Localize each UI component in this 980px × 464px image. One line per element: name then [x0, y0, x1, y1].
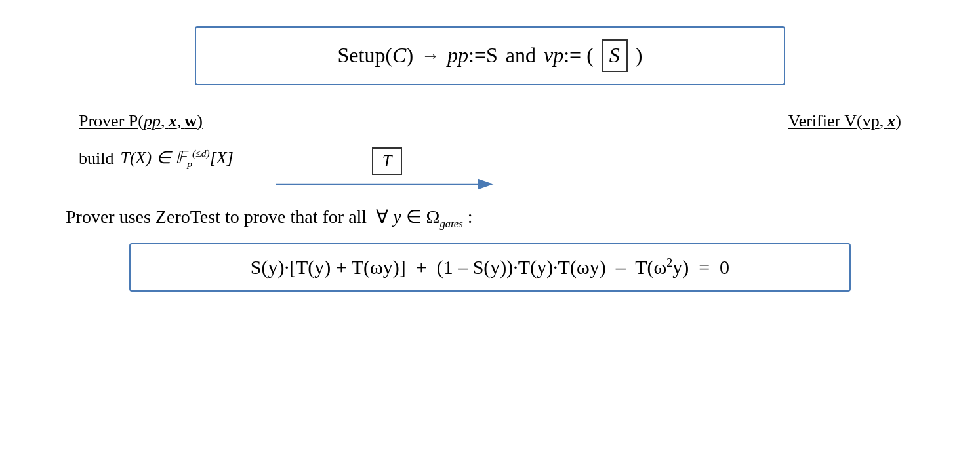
prover-column: Prover P(pp, x, w) build T(X) ∈ 𝔽p(≤d)[X… — [79, 111, 234, 170]
y-variable: y — [393, 206, 401, 227]
page-container: Setup(C) → pp:=S and vp:= ( S ) Prover P… — [0, 0, 980, 464]
equation-text: S(y)·[T(y) + T(ωy)] + (1 – S(y))·T(y)·T(… — [251, 256, 729, 278]
build-label: build — [79, 149, 113, 168]
zerotest-description: Prover uses ZeroTest to prove that for a… — [66, 206, 914, 231]
zerotest-section: Prover uses ZeroTest to prove that for a… — [52, 206, 928, 292]
fp-p-sub: p — [187, 158, 192, 169]
equation-box: S(y)·[T(y) + T(ωy)] + (1 – S(y))·T(y)·T(… — [129, 243, 851, 292]
t-box: T — [372, 147, 402, 175]
horizontal-arrow — [276, 178, 499, 191]
verifier-title: Verifier V(vp, x) — [788, 111, 901, 131]
arrow-svg — [276, 178, 499, 191]
build-formula: T(X) ∈ 𝔽p(≤d)[X] — [120, 147, 233, 170]
build-line: build T(X) ∈ 𝔽p(≤d)[X] — [79, 147, 234, 170]
verifier-vp: vp — [863, 111, 880, 130]
arrow-section: T — [276, 147, 499, 191]
setup-formula: Setup(C) → pp:=S and vp:= ( S ) — [338, 39, 643, 72]
prover-w: w — [184, 111, 197, 130]
close-paren: ) — [636, 42, 643, 69]
t-label: T — [382, 151, 392, 170]
zerotest-prefix: Prover uses ZeroTest to prove that for a… — [66, 206, 367, 227]
prover-x: x — [169, 111, 177, 130]
prover-pp: pp — [144, 111, 161, 130]
pp-label: pp — [447, 43, 468, 67]
and-text: and — [506, 42, 536, 69]
vp-assign: vp:= ( — [544, 42, 594, 69]
pp-assign: pp:=S — [447, 42, 498, 69]
verifier-x: x — [887, 111, 895, 130]
verifier-column: Verifier V(vp, x) — [788, 111, 901, 131]
setup-function: Setup(C) — [338, 42, 414, 69]
setup-param-C: C — [392, 43, 406, 67]
forall-symbol: ∀ — [376, 206, 388, 227]
setup-box: Setup(C) → pp:=S and vp:= ( S ) — [195, 26, 785, 85]
prover-title: Prover P(pp, x, w) — [79, 111, 234, 131]
vp-label: vp — [544, 43, 563, 67]
setup-arrow: → — [421, 44, 439, 68]
protocol-section: Prover P(pp, x, w) build T(X) ∈ 𝔽p(≤d)[X… — [52, 111, 928, 170]
gates-subscript: gates — [439, 217, 462, 229]
fp-leq-d-sup: (≤d) — [192, 147, 210, 159]
s-boxed: S — [602, 39, 628, 72]
